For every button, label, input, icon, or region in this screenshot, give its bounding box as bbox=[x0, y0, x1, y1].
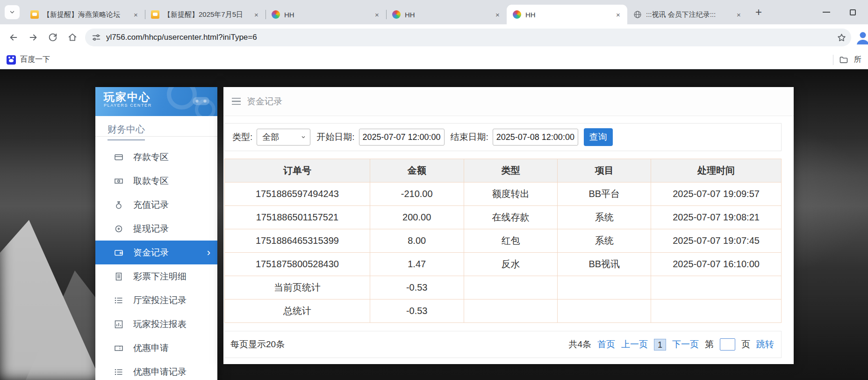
start-date-label: 开始日期: bbox=[316, 131, 354, 143]
folder-icon[interactable] bbox=[839, 55, 848, 65]
browser-tab[interactable]: 【新提醒】海燕策略论坛 × bbox=[24, 5, 145, 24]
home-icon bbox=[67, 32, 78, 43]
page-viewport: 玩家中心 PLAYERS CENTER 财务中心 存款专区 取款专区 充值记录 bbox=[0, 69, 868, 380]
sidebar-item-lottery-bets[interactable]: 彩票下注明细 bbox=[95, 264, 217, 288]
page-prefix-label: 第 bbox=[705, 338, 714, 351]
tab-title: 【新提醒】海燕策略论坛 bbox=[43, 10, 127, 19]
sidebar-menu: 存款专区 取款专区 充值记录 提现记录 资金记录 › bbox=[95, 137, 217, 380]
sidebar-item-hall-bet-records[interactable]: 厅室投注记录 bbox=[95, 288, 217, 312]
end-date-input[interactable] bbox=[493, 129, 578, 146]
sidebar-header: 玩家中心 PLAYERS CENTER bbox=[95, 87, 217, 116]
browser-tab-active[interactable]: HH × bbox=[507, 5, 627, 24]
card-icon bbox=[114, 153, 123, 162]
browser-tab[interactable]: 【新提醒】2025年7月5日 × bbox=[145, 5, 265, 24]
profile-avatar[interactable] bbox=[855, 29, 868, 45]
table-row: 1751875800528430 1.47 反水 BB视讯 2025-07-07… bbox=[225, 253, 782, 276]
tab-title: :::视讯 会员下注纪录::: bbox=[646, 10, 730, 19]
tab-close-icon[interactable]: × bbox=[493, 10, 502, 19]
start-date-input[interactable] bbox=[359, 129, 445, 146]
tab-title: HH bbox=[405, 11, 489, 19]
cell-time: 2025-07-07 19:07:45 bbox=[651, 229, 782, 253]
divider bbox=[833, 55, 833, 65]
menu-icon[interactable] bbox=[232, 98, 241, 105]
baidu-icon bbox=[7, 55, 16, 65]
table-row: 1751886501157521 200.00 在线存款 系统 2025-07-… bbox=[225, 206, 782, 229]
chevron-right-icon: › bbox=[207, 248, 210, 258]
browser-tab[interactable]: HH × bbox=[265, 5, 386, 24]
gamepad-icon bbox=[192, 95, 210, 106]
browser-window: 【新提醒】海燕策略论坛 × 【新提醒】2025年7月5日 × HH × HH ×… bbox=[0, 0, 868, 380]
list-icon bbox=[114, 367, 123, 377]
cell-type: 反水 bbox=[464, 253, 558, 276]
tab-close-icon[interactable]: × bbox=[734, 10, 743, 19]
browser-toolbar: yl756.com/hhcp/usercenter.html?iniType=6 bbox=[0, 24, 868, 51]
page-suffix-label: 页 bbox=[741, 338, 750, 351]
player-center-sidebar: 玩家中心 PLAYERS CENTER 财务中心 存款专区 取款专区 充值记录 bbox=[95, 87, 217, 380]
sidebar-item-recharge-records[interactable]: 充值记录 bbox=[95, 193, 217, 217]
coin-icon bbox=[114, 224, 123, 234]
forward-button[interactable] bbox=[24, 29, 42, 46]
tab-title: 【新提醒】2025年7月5日 bbox=[164, 10, 248, 19]
reload-button[interactable] bbox=[44, 29, 62, 46]
search-button[interactable]: 查询 bbox=[584, 128, 613, 146]
list-icon bbox=[114, 296, 123, 305]
back-button[interactable] bbox=[5, 29, 22, 46]
per-page-label: 每页显示20条 bbox=[230, 338, 285, 351]
coupon-icon bbox=[114, 343, 123, 353]
sidebar-item-withdraw[interactable]: 取款专区 bbox=[95, 169, 217, 193]
cell-order-id: 1751875800528430 bbox=[225, 253, 370, 276]
funds-records-panel: 资金记录 类型: 全部 开始日期: 结束日期: 查询 订单号 bbox=[223, 87, 794, 364]
sidebar-item-player-bet-report[interactable]: 玩家投注报表 bbox=[95, 312, 217, 336]
cell-project: 系统 bbox=[558, 229, 651, 253]
prev-page-link[interactable]: 上一页 bbox=[621, 338, 648, 351]
address-bar[interactable]: yl756.com/hhcp/usercenter.html?iniType=6 bbox=[85, 29, 851, 46]
cell-amount: 200.00 bbox=[370, 206, 464, 229]
sidebar-item-funds-records[interactable]: 资金记录 › bbox=[95, 241, 217, 264]
total-count-label: 共4条 bbox=[568, 338, 591, 351]
document-icon bbox=[114, 272, 123, 281]
cell-amount: 1.47 bbox=[370, 253, 464, 276]
tab-close-icon[interactable]: × bbox=[373, 10, 381, 19]
browser-tab[interactable]: HH × bbox=[386, 5, 507, 24]
table-row-page-total: 当前页统计 -0.53 bbox=[225, 276, 782, 300]
sidebar-item-withdrawal-records[interactable]: 提现记录 bbox=[95, 217, 217, 241]
tab-close-icon[interactable]: × bbox=[252, 10, 261, 19]
panel-header: 资金记录 bbox=[223, 87, 794, 116]
sidebar-item-promo-apply[interactable]: 优惠申请 bbox=[95, 336, 217, 360]
bookmark-star-button[interactable] bbox=[833, 29, 849, 45]
new-tab-button[interactable]: + bbox=[751, 4, 767, 20]
cell-label: 当前页统计 bbox=[225, 276, 370, 300]
table-row: 1751886465315399 8.00 红包 系统 2025-07-07 1… bbox=[225, 229, 782, 253]
type-select[interactable]: 全部 bbox=[257, 129, 310, 146]
forward-arrow-icon bbox=[28, 32, 38, 43]
cell-label: 总统计 bbox=[225, 300, 370, 323]
minimize-button[interactable] bbox=[823, 12, 830, 13]
sidebar-item-promo-apply-records[interactable]: 优惠申请记录 bbox=[95, 360, 217, 380]
page-jump-input[interactable] bbox=[720, 338, 735, 351]
browser-tab[interactable]: :::视讯 会员下注纪录::: × bbox=[627, 5, 748, 24]
bookmark-baidu[interactable]: 百度一下 bbox=[7, 55, 50, 65]
maximize-button[interactable] bbox=[850, 9, 856, 15]
jump-link[interactable]: 跳转 bbox=[756, 338, 774, 351]
sidebar-item-deposit[interactable]: 存款专区 bbox=[95, 145, 217, 169]
cell-amount: 8.00 bbox=[370, 229, 464, 253]
cell-amount: -0.53 bbox=[370, 276, 464, 300]
bookmarks-overflow: 所 bbox=[833, 55, 861, 65]
next-page-link[interactable]: 下一页 bbox=[672, 338, 699, 351]
window-controls bbox=[823, 0, 868, 24]
all-bookmarks-label[interactable]: 所 bbox=[854, 55, 861, 65]
home-button[interactable] bbox=[64, 29, 81, 46]
tab-close-icon[interactable]: × bbox=[614, 10, 623, 19]
cell-time: 2025-07-07 16:10:00 bbox=[651, 253, 782, 276]
site-favicon-icon bbox=[513, 10, 521, 19]
pagination-bar: 每页显示20条 共4条 首页 上一页 1 下一页 第 页 跳转 bbox=[224, 331, 782, 358]
forum-favicon-icon bbox=[151, 10, 159, 19]
cell-project: BB视讯 bbox=[558, 253, 651, 276]
cell-type: 在线存款 bbox=[464, 206, 558, 229]
tab-close-icon[interactable]: × bbox=[131, 10, 140, 19]
cash-icon bbox=[114, 176, 123, 186]
end-date-label: 结束日期: bbox=[451, 131, 488, 143]
col-time: 处理时间 bbox=[651, 159, 782, 183]
tab-search-button[interactable] bbox=[5, 5, 20, 19]
first-page-link[interactable]: 首页 bbox=[597, 338, 615, 351]
